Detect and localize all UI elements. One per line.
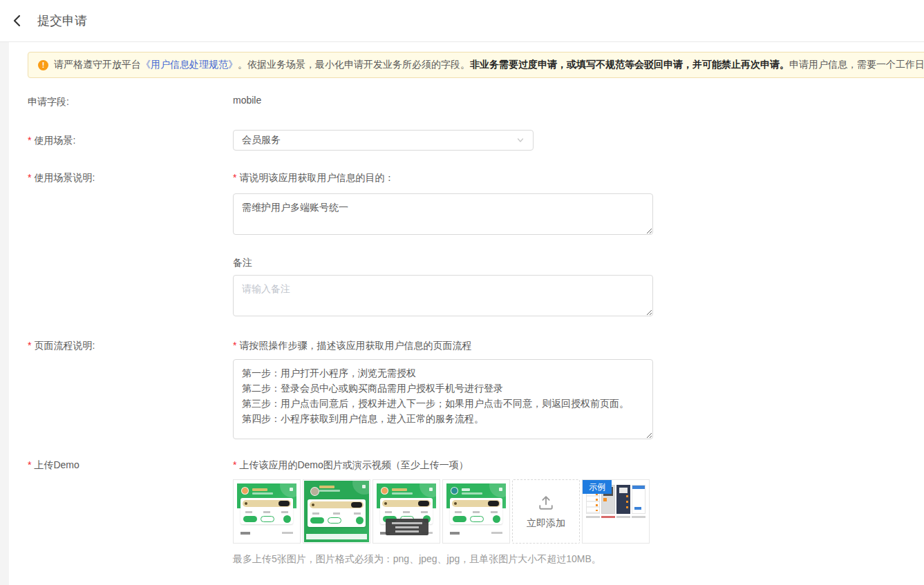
flow-sublabel: 请按照操作步骤，描述该应用获取用户信息的页面流程 <box>239 340 471 351</box>
scene-select[interactable]: 会员服务 <box>233 130 534 151</box>
upload-thumbnails: 立即添加 示例 <box>233 479 650 544</box>
remark-textarea[interactable] <box>233 275 653 316</box>
required-asterisk: * <box>28 459 31 470</box>
row-apply-field: 申请字段: mobile <box>28 95 924 108</box>
demo-image-thumb-4[interactable] <box>442 479 510 544</box>
warning-alert: ! 请严格遵守开放平台《用户信息处理规范》。依据业务场景，最小化申请开发业务所必… <box>28 52 924 78</box>
demo-image-preview <box>377 483 436 539</box>
warning-circle-icon: ! <box>38 60 48 70</box>
required-asterisk: * <box>28 135 31 146</box>
demo-image-preview <box>446 483 506 539</box>
chevron-down-icon <box>516 136 525 144</box>
apply-field-label: 申请字段: <box>28 95 233 108</box>
example-thumb[interactable]: 示例 <box>582 479 650 544</box>
upload-add-button[interactable]: 立即添加 <box>512 479 580 544</box>
upload-sublabel: 上传该应用的Demo图片或演示视频（至少上传一项） <box>239 459 468 470</box>
alert-text: 请严格遵守开放平台《用户信息处理规范》。依据业务场景，最小化申请开发业务所必须的… <box>54 59 924 71</box>
demo-image-thumb-1[interactable] <box>233 479 301 544</box>
required-asterisk: * <box>233 340 236 351</box>
top-bar: 提交申请 <box>0 0 924 42</box>
upload-add-label: 立即添加 <box>527 517 565 530</box>
upload-label: 上传Demo <box>34 459 79 470</box>
flow-label: 页面流程说明: <box>34 340 95 351</box>
row-flow: *页面流程说明: *请按照操作步骤，描述该应用获取用户信息的页面流程 第一步：用… <box>28 338 924 439</box>
scene-desc-textarea[interactable]: 需维护用户多端账号统一 <box>233 193 653 235</box>
left-gutter <box>0 42 9 585</box>
row-scene: *使用场景: 会员服务 <box>28 130 924 151</box>
scene-label: 使用场景: <box>34 135 75 146</box>
user-info-rules-link[interactable]: 《用户信息处理规范》 <box>141 59 238 70</box>
chevron-left-icon <box>10 14 24 28</box>
demo-image-thumb-2[interactable] <box>303 479 370 544</box>
flow-textarea[interactable]: 第一步：用户打开小程序，浏览无需授权 第二步：登录会员中心或购买商品需用户授权手… <box>233 359 653 439</box>
demo-image-preview <box>304 481 369 542</box>
required-asterisk: * <box>233 172 236 183</box>
upload-icon <box>536 493 556 512</box>
page-title: 提交申请 <box>37 12 87 29</box>
upload-hint: 最多上传5张图片，图片格式必须为：png、jpeg、jpg，且单张图片大小不超过… <box>233 553 650 566</box>
required-asterisk: * <box>233 459 236 470</box>
apply-field-value: mobile <box>233 95 261 106</box>
required-asterisk: * <box>28 172 31 183</box>
demo-image-preview <box>237 483 296 539</box>
example-badge: 示例 <box>583 480 612 494</box>
form-panel: ! 请严格遵守开放平台《用户信息处理规范》。依据业务场景，最小化申请开发业务所必… <box>9 42 924 585</box>
scene-desc-label: 使用场景说明: <box>34 172 95 183</box>
required-asterisk: * <box>28 340 31 351</box>
back-button[interactable] <box>6 9 29 32</box>
row-scene-desc: *使用场景说明: *请说明该应用获取用户信息的目的： 需维护用户多端账号统一 备… <box>28 171 924 316</box>
row-upload: *上传Demo *上传该应用的Demo图片或演示视频（至少上传一项） <box>28 458 924 566</box>
scene-select-value: 会员服务 <box>242 134 281 146</box>
scene-desc-sublabel: 请说明该应用获取用户信息的目的： <box>239 172 394 183</box>
demo-image-thumb-3[interactable] <box>373 479 440 544</box>
remark-label: 备注 <box>233 256 653 269</box>
